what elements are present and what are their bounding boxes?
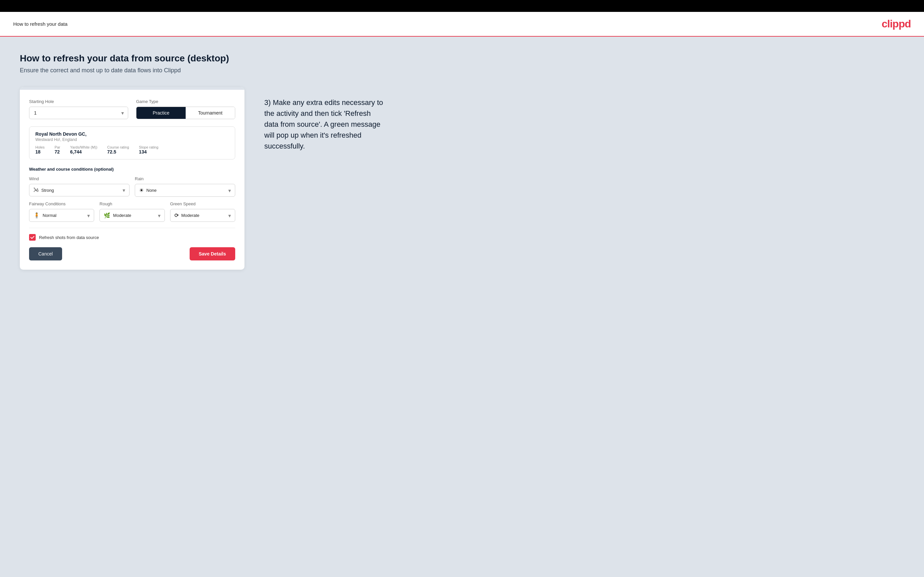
starting-hole-label: Starting Hole [29,99,128,104]
rain-select-wrapper[interactable]: ☀ None ▾ [135,184,235,197]
green-speed-label: Green Speed [170,201,235,206]
green-speed-select-wrapper[interactable]: ⟳ Moderate ▾ [170,209,235,222]
starting-hole-col: Starting Hole 1 ▾ [29,99,128,119]
cancel-button[interactable]: Cancel [29,247,62,260]
conditions-section-label: Weather and course conditions (optional) [29,167,235,172]
save-button[interactable]: Save Details [190,247,236,260]
green-speed-col: Green Speed ⟳ Moderate ▾ [170,201,235,222]
wind-value: Strong [41,188,125,193]
holes-value: 18 [36,149,45,155]
course-location: Westward Ho!, England [36,137,229,142]
yards-label: Yards/White (M)) [70,145,97,149]
course-rating-label: Course rating [107,145,129,149]
page-subtitle: Ensure the correct and most up to date d… [20,67,904,74]
fairway-col: Fairway Conditions 🧍 Normal ▾ [29,201,94,222]
form-panel-inner: Starting Hole 1 ▾ Game Type Practice [20,90,244,270]
form-panel: Starting Hole 1 ▾ Game Type Practice [20,87,244,270]
rain-value: None [146,188,231,193]
conditions-grid-row2: Fairway Conditions 🧍 Normal ▾ Rough 🌿 Mo… [29,201,235,222]
course-info-box: Royal North Devon GC, Westward Ho!, Engl… [29,126,235,160]
practice-button[interactable]: Practice [136,107,186,119]
fairway-select-wrapper[interactable]: 🧍 Normal ▾ [29,209,94,222]
rough-value: Moderate [113,213,160,218]
rough-select-wrapper[interactable]: 🌿 Moderate ▾ [99,209,165,222]
header: How to refresh your data clippd [0,12,924,37]
wind-icon: 🌬 [33,187,39,193]
yards-value: 6,744 [70,149,97,155]
holes-label: Holes [36,145,45,149]
par-label: Par [55,145,60,149]
field-group-top: Starting Hole 1 ▾ Game Type Practice [29,99,235,119]
rain-col: Rain ☀ None ▾ [135,176,235,197]
rough-label: Rough [99,201,165,206]
sidebar-text: 3) Make any extra edits necessary to the… [264,87,383,152]
divider [29,228,235,228]
refresh-checkbox[interactable] [29,234,36,241]
page-heading: How to refresh your data from source (de… [20,53,904,64]
fairway-value: Normal [43,213,90,218]
game-type-label: Game Type [136,99,235,104]
course-rating-value: 72.5 [107,149,129,155]
slope-rating-value: 134 [139,149,158,155]
slope-rating-label: Slope rating [139,145,158,149]
course-stats: Holes 18 Par 72 Yards/White (M)) 6,744 [36,145,229,155]
wind-col: Wind 🌬 Strong ▾ [29,176,129,197]
fairway-label: Fairway Conditions [29,201,94,206]
game-type-col: Game Type Practice Tournament [136,99,235,119]
holes-stat: Holes 18 [36,145,45,155]
wind-label: Wind [29,176,129,181]
top-bar [0,0,924,12]
green-speed-icon: ⟳ [174,212,179,219]
main-content: How to refresh your data from source (de… [0,37,924,577]
wind-select-wrapper[interactable]: 🌬 Strong ▾ [29,184,129,197]
rough-icon: 🌿 [104,212,110,219]
slope-rating-stat: Slope rating 134 [139,145,158,155]
tournament-button[interactable]: Tournament [186,107,235,119]
rain-icon: ☀ [139,187,144,193]
refresh-row: Refresh shots from data source [29,234,235,241]
conditions-grid-row1: Wind 🌬 Strong ▾ Rain ☀ None ▾ [29,176,235,197]
content-row: Starting Hole 1 ▾ Game Type Practice [20,87,904,270]
refresh-label: Refresh shots from data source [39,235,99,240]
yards-stat: Yards/White (M)) 6,744 [70,145,97,155]
starting-hole-select-row: 1 ▾ [34,110,123,116]
action-row: Cancel Save Details [29,247,235,260]
fairway-icon: 🧍 [33,212,40,219]
starting-hole-value: 1 [34,110,123,116]
rough-col: Rough 🌿 Moderate ▾ [99,201,165,222]
rain-label: Rain [135,176,235,181]
checkmark-icon [30,235,35,240]
green-speed-value: Moderate [181,213,231,218]
header-title: How to refresh your data [13,21,68,27]
game-type-toggle: Practice Tournament [136,106,235,119]
logo: clippd [882,18,911,30]
course-rating-stat: Course rating 72.5 [107,145,129,155]
starting-hole-select-wrapper[interactable]: 1 ▾ [29,106,128,119]
form-top-bar [20,87,244,90]
par-stat: Par 72 [55,145,60,155]
course-name: Royal North Devon GC, [36,131,229,137]
par-value: 72 [55,149,60,155]
